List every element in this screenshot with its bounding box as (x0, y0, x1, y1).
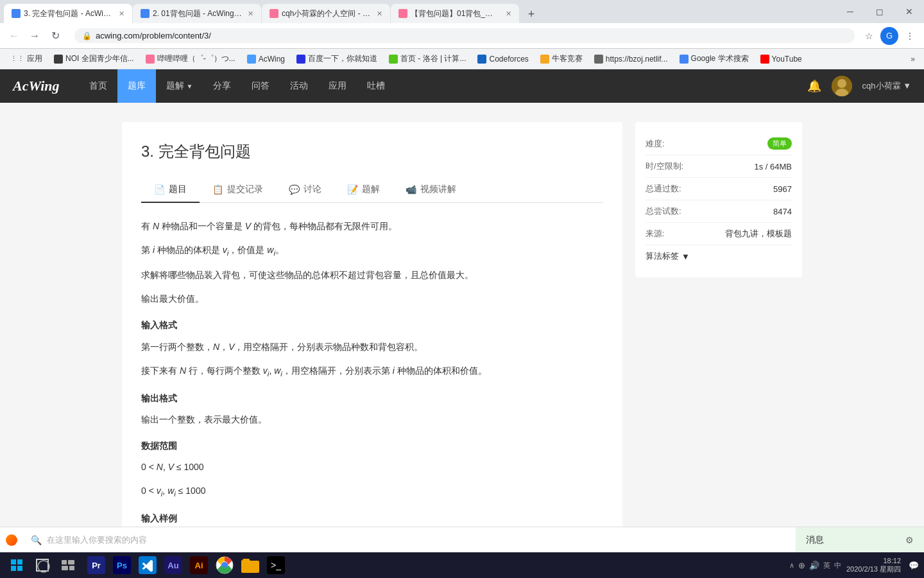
taskbar: Pr Ps Au Ai (0, 552, 924, 578)
ime-icon[interactable]: 中 (834, 561, 841, 570)
nav-share[interactable]: 分享 (203, 69, 241, 103)
tab-close-2[interactable]: ✕ (248, 10, 253, 18)
svg-rect-11 (69, 566, 74, 570)
taskbar-app-folder[interactable] (239, 554, 262, 577)
tab-problem-label: 题目 (169, 184, 187, 195)
bookmarks-bar: ⋮⋮ 应用 NOI 全国青少年信... 哔哩哔哩（゜-゜）つ... AcWing… (0, 49, 924, 69)
bookmark-noi-label: NOI 全国青少年信... (65, 53, 134, 64)
bookmark-bilibili[interactable]: 哔哩哔哩（゜-゜）つ... (141, 51, 241, 66)
profile-button[interactable]: G (880, 27, 898, 45)
forward-button[interactable]: → (26, 27, 44, 45)
tab-close-4[interactable]: ✕ (506, 10, 511, 18)
tab-close-1[interactable]: ✕ (119, 10, 124, 18)
bookmark-bzoj[interactable]: https://bzoj.netlif... (589, 53, 673, 66)
browser-tab-2[interactable]: 2. 01背包问题 - AcWing题库 ✕ (133, 4, 261, 23)
nav-vent[interactable]: 吐槽 (357, 69, 395, 103)
nav-home[interactable]: 首页 (79, 69, 117, 103)
browser-tab-3[interactable]: cqh小荷霖的个人空间 - 哔哩哔哩... ✕ (262, 4, 390, 23)
apps-icon: ⋮⋮ (10, 55, 24, 63)
bookmark-star-button[interactable]: ☆ (860, 27, 878, 45)
acwing-favicon (247, 55, 256, 64)
bookmark-codeforces[interactable]: Codeforces (472, 53, 533, 66)
bookmark-baidu[interactable]: 百度一下，你就知道 (291, 51, 382, 66)
bookmark-youtube-label: YouTube (772, 55, 802, 64)
notification-bell-icon[interactable]: 🔔 (807, 79, 821, 93)
url-bar[interactable]: 🔒 acwing.com/problem/content/3/ (74, 28, 855, 43)
total-tries-row: 总尝试数: 8474 (646, 200, 792, 223)
input-lang[interactable]: 英 (823, 561, 830, 570)
folder-icon (241, 557, 259, 573)
input-format-2: 接下来有 N 行，每行两个整数 vi, wi，用空格隔开，分别表示第 i 种物品… (141, 363, 603, 380)
start-button[interactable] (5, 554, 28, 577)
browser-tab-4[interactable]: 【背包问题】01背包_哔哩哔哩... ✕ (391, 4, 519, 23)
system-clock[interactable]: 18:12 2020/2/13 星期四 (846, 557, 901, 574)
message-settings-icon[interactable]: ⚙ (905, 535, 914, 545)
tab-submissions[interactable]: 📋 提交记录 (200, 177, 276, 203)
menu-button[interactable]: ⋮ (901, 27, 919, 45)
tray-up-arrow[interactable]: ∧ (789, 561, 794, 570)
tab-problem-icon: 📄 (154, 184, 165, 195)
taskbar-app-chrome[interactable] (213, 554, 236, 577)
back-button[interactable]: ← (5, 27, 23, 45)
bookmark-youtube[interactable]: YouTube (755, 53, 807, 66)
algo-tag-button[interactable]: 算法标签 ▼ (646, 250, 690, 262)
bookmark-acwing[interactable]: AcWing (242, 53, 290, 66)
notification-icon[interactable]: 💬 (909, 561, 919, 570)
svg-rect-5 (11, 566, 16, 571)
tab-editorial[interactable]: 📝 题解 (334, 177, 393, 203)
bookmark-luogu[interactable]: 首页 - 洛谷 | 计算... (384, 51, 471, 66)
problem-content-area: 有 N 种物品和一个容量是 V 的背包，每种物品都有无限件可用。 第 i 种物品… (141, 218, 603, 527)
objective-text: 求解将哪些物品装入背包，可使这些物品的总体积不超过背包容量，且总价值最大。 (141, 267, 603, 283)
tab-title-2: 2. 01背包问题 - AcWing题库 (153, 8, 243, 19)
tab-favicon-4 (398, 9, 407, 18)
algo-tag-row[interactable]: 算法标签 ▼ (646, 245, 792, 267)
taskbar-app-ai[interactable]: Ai (187, 554, 210, 577)
bookmarks-more[interactable]: » (907, 53, 919, 66)
tab-favicon-1 (12, 9, 21, 18)
time-limit-row: 时/空限制: 1s / 64MB (646, 155, 792, 178)
sidebar: 难度: 简单 时/空限制: 1s / 64MB 总通过数: 5967 总尝试数:… (635, 122, 802, 551)
taskbar-app-terminal[interactable]: >_ (264, 554, 287, 577)
nav-solutions[interactable]: 题解 ▼ (156, 69, 203, 103)
bookmark-noi[interactable]: NOI 全国青少年信... (49, 51, 139, 66)
nowcoder-favicon (540, 55, 549, 64)
nav-qa[interactable]: 问答 (241, 69, 280, 103)
taskbar-app-video[interactable]: Pr (85, 554, 108, 577)
message-panel: 消息 ⚙ (796, 527, 924, 553)
acwing-logo[interactable]: AcWing (13, 78, 60, 94)
volume-icon[interactable]: 🔊 (809, 561, 819, 570)
network-icon[interactable]: ⊕ (798, 561, 805, 570)
taskbar-app-vscode[interactable] (136, 554, 159, 577)
bookmark-google-scholar[interactable]: Google 学术搜索 (674, 51, 754, 66)
tab-video[interactable]: 📹 视频讲解 (393, 177, 469, 203)
bookmark-apps[interactable]: ⋮⋮ 应用 (5, 51, 47, 66)
tab-discussion[interactable]: 💬 讨论 (276, 177, 334, 203)
minimize-button[interactable]: ─ (835, 0, 865, 23)
bottom-search-input[interactable] (47, 535, 788, 545)
bookmark-nowcoder[interactable]: 牛客竞赛 (535, 51, 588, 66)
lock-icon: 🔒 (82, 31, 92, 40)
task-view-button[interactable] (56, 554, 80, 577)
maximize-button[interactable]: ◻ (865, 0, 894, 23)
refresh-button[interactable]: ↻ (46, 27, 64, 45)
bookmark-bilibili-label: 哔哩哔哩（゜-゜）つ... (157, 53, 235, 64)
new-tab-button[interactable]: + (522, 5, 540, 23)
nav-problems[interactable]: 题库 (117, 69, 156, 103)
nav-activity[interactable]: 活动 (280, 69, 318, 103)
taskbar-app-ps[interactable]: Ps (110, 554, 133, 577)
tab-close-3[interactable]: ✕ (377, 10, 382, 18)
username[interactable]: cqh小荷霖 ▼ (862, 80, 911, 92)
source-row: 来源: 背包九讲，模板题 (646, 223, 792, 245)
close-button[interactable]: ✕ (894, 0, 924, 23)
task-view-icon (62, 560, 74, 570)
search-button[interactable] (31, 554, 54, 577)
taskbar-app-au[interactable]: Au (162, 554, 185, 577)
system-tray: ∧ ⊕ 🔊 英 中 (789, 561, 841, 570)
svg-point-7 (38, 561, 49, 572)
nav-app[interactable]: 应用 (318, 69, 357, 103)
ps-icon: Ps (113, 556, 131, 574)
tab-problem[interactable]: 📄 题目 (141, 177, 200, 203)
browser-tab-1[interactable]: 3. 完全背包问题 - AcWing题库 ✕ (4, 4, 132, 23)
browser-tab-bar: 3. 完全背包问题 - AcWing题库 ✕ 2. 01背包问题 - AcWin… (0, 0, 924, 23)
data-range-2: 0 < vi, wi ≤ 1000 (141, 483, 603, 500)
